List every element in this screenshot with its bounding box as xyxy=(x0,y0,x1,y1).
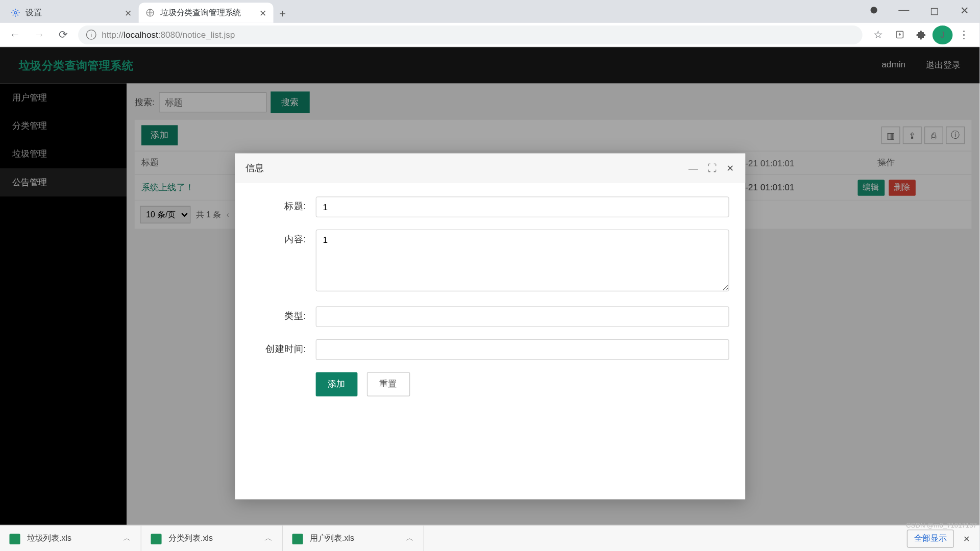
show-all-downloads[interactable]: 全部显示 xyxy=(907,530,954,548)
back-icon[interactable]: ← xyxy=(6,25,24,44)
submit-button[interactable]: 添加 xyxy=(315,372,357,396)
type-input[interactable] xyxy=(315,306,729,327)
tab-settings[interactable]: 设置 ✕ xyxy=(4,3,139,23)
close-icon[interactable]: ✕ xyxy=(949,0,979,20)
reload-icon[interactable]: ⟳ xyxy=(54,25,73,44)
xls-icon xyxy=(292,533,303,544)
tab-app[interactable]: 垃圾分类查询管理系统 ✕ xyxy=(139,3,274,23)
address-bar: ← → ⟳ i http://localhost:8080/notice_lis… xyxy=(0,23,979,47)
browser-window: 设置 ✕ 垃圾分类查询管理系统 ✕ ＋ — ◻ ✕ ← → ⟳ i http:/… xyxy=(0,0,979,551)
field-label-content: 内容: xyxy=(235,230,315,294)
tab-label: 设置 xyxy=(26,7,42,18)
maximize-icon[interactable]: ◻ xyxy=(919,0,949,20)
reset-button[interactable]: 重置 xyxy=(366,372,409,396)
watermark-csdn: CSDN @m0_71017137 xyxy=(906,521,977,529)
close-icon[interactable]: ✕ xyxy=(259,8,267,18)
install-icon[interactable] xyxy=(889,25,910,44)
gear-icon xyxy=(11,8,20,17)
title-input[interactable] xyxy=(315,196,729,217)
download-name: 分类列表.xls xyxy=(168,533,213,544)
close-icon[interactable]: ✕ xyxy=(726,163,734,173)
chevron-up-icon[interactable]: ︿ xyxy=(264,533,273,544)
xls-icon xyxy=(9,533,20,544)
downloads-bar: 垃圾列表.xls ︿ 分类列表.xls ︿ 用户列表.xls ︿ 全部显示 ✕ xyxy=(0,525,979,551)
field-label-title: 标题: xyxy=(235,196,315,217)
site-info-icon[interactable]: i xyxy=(86,30,96,40)
forward-icon[interactable]: → xyxy=(30,25,48,44)
xls-icon xyxy=(151,533,161,544)
chevron-up-icon[interactable]: ︿ xyxy=(123,533,131,544)
tab-label: 垃圾分类查询管理系统 xyxy=(160,7,241,18)
download-name: 垃圾列表.xls xyxy=(27,533,71,544)
maximize-icon[interactable]: ⛶ xyxy=(707,163,717,173)
minimize-icon[interactable]: — xyxy=(689,163,698,173)
url-text: http://localhost:8080/notice_list.jsp xyxy=(102,30,235,40)
menu-icon[interactable]: ⋮ xyxy=(954,25,974,44)
svg-point-0 xyxy=(14,12,17,14)
window-controls: — ◻ ✕ xyxy=(859,0,979,20)
created-input[interactable] xyxy=(315,339,729,360)
field-label-type: 类型: xyxy=(235,306,315,327)
download-name: 用户列表.xls xyxy=(310,533,354,544)
app: 垃圾分类查询管理系统 admin 退出登录 用户管理 分类管理 垃圾管理 公告管… xyxy=(0,47,979,551)
modal-dialog: 信息 — ⛶ ✕ 标题: 内容: 类型: xyxy=(235,154,745,499)
modal-title: 信息 xyxy=(246,162,264,174)
star-icon[interactable]: ☆ xyxy=(868,25,888,44)
close-icon[interactable]: ✕ xyxy=(125,8,132,18)
minimize-icon[interactable]: — xyxy=(889,0,919,20)
chevron-up-icon[interactable]: ︿ xyxy=(406,533,414,544)
field-label-created: 创建时间: xyxy=(235,339,315,360)
new-tab-button[interactable]: ＋ xyxy=(274,4,292,23)
svg-point-2 xyxy=(870,7,877,13)
globe-icon xyxy=(145,8,155,17)
download-item[interactable]: 分类列表.xls ︿ xyxy=(141,525,283,551)
modal-header: 信息 — ⛶ ✕ xyxy=(235,154,745,183)
extensions-icon[interactable] xyxy=(911,25,932,44)
tab-strip: 设置 ✕ 垃圾分类查询管理系统 ✕ ＋ — ◻ ✕ xyxy=(0,0,979,23)
close-icon[interactable]: ✕ xyxy=(963,534,970,543)
url-field[interactable]: i http://localhost:8080/notice_list.jsp xyxy=(78,25,863,44)
record-icon[interactable] xyxy=(859,0,889,20)
modal-body: 标题: 内容: 类型: 创建时间: 添加 重置 xyxy=(235,183,745,499)
content-textarea[interactable] xyxy=(315,230,729,291)
download-item[interactable]: 用户列表.xls ︿ xyxy=(283,525,424,551)
avatar[interactable]: J xyxy=(933,25,953,44)
download-item[interactable]: 垃圾列表.xls ︿ xyxy=(0,525,141,551)
